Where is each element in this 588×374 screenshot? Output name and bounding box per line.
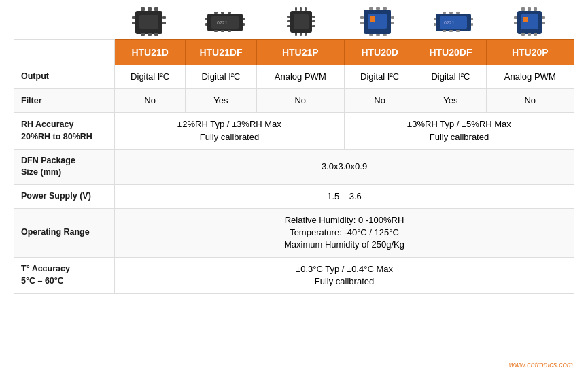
svg-rect-10 xyxy=(148,33,152,36)
svg-rect-46 xyxy=(369,7,373,10)
svg-rect-64 xyxy=(456,30,460,32)
svg-rect-71 xyxy=(542,22,545,24)
output-label: Output xyxy=(14,65,115,89)
svg-rect-26 xyxy=(294,14,309,29)
header-htu21df: HTU21DF xyxy=(186,40,256,65)
svg-rect-76 xyxy=(528,33,531,36)
output-htu21d: Digital I²C xyxy=(115,65,186,89)
header-htu20d: HTU20D xyxy=(344,40,415,65)
t-accuracy-row: T° Accuracy5°C – 60°C ±0.3°C Typ / ±0.4°… xyxy=(14,257,574,293)
htu21df-image: 0221 xyxy=(187,7,263,37)
t-accuracy-value: ±0.3°C Typ / ±0.4°C MaxFully calibrated xyxy=(115,257,574,293)
svg-rect-67 xyxy=(523,17,528,22)
svg-rect-37 xyxy=(300,33,302,36)
svg-rect-61 xyxy=(456,12,460,14)
htu20p-image xyxy=(491,7,568,37)
header-label xyxy=(14,40,115,65)
svg-rect-22 xyxy=(214,30,218,32)
svg-rect-2 xyxy=(132,16,135,19)
svg-rect-58 xyxy=(471,23,473,26)
svg-text:0221: 0221 xyxy=(444,20,455,25)
filter-htu20df: Yes xyxy=(415,89,486,113)
output-htu20df: Digital I²C xyxy=(415,65,486,89)
htu20df-image: 0221 xyxy=(415,7,491,37)
header-htu21p: HTU21P xyxy=(256,40,344,65)
rh-accuracy-row: RH Accuracy20%RH to 80%RH ±2%RH Typ / ±3… xyxy=(14,113,574,149)
svg-rect-56 xyxy=(434,23,436,26)
filter-htu21df: Yes xyxy=(186,89,256,113)
header-htu20df: HTU20DF xyxy=(415,40,486,65)
dfn-package-row: DFN PackageSize (mm) 3.0x3.0x0.9 xyxy=(14,149,574,184)
svg-rect-3 xyxy=(132,22,135,24)
svg-rect-72 xyxy=(521,7,525,11)
svg-rect-49 xyxy=(369,34,373,36)
svg-rect-17 xyxy=(243,18,245,20)
svg-rect-75 xyxy=(521,33,525,36)
svg-rect-73 xyxy=(528,7,531,11)
svg-rect-28 xyxy=(287,20,290,22)
rh-accuracy-htu21: ±2%RH Typ / ±3%RH MaxFully calibrated xyxy=(115,113,345,149)
svg-rect-9 xyxy=(141,33,145,36)
filter-htu20p: No xyxy=(486,89,574,113)
output-htu20d: Digital I²C xyxy=(344,65,415,89)
svg-rect-6 xyxy=(141,7,145,11)
svg-rect-1 xyxy=(139,15,158,29)
filter-label: Filter xyxy=(14,89,115,113)
svg-rect-62 xyxy=(443,30,446,32)
output-htu21p: Analog PWM xyxy=(256,65,344,89)
dfn-package-value: 3.0x3.0x0.9 xyxy=(115,149,574,184)
svg-rect-20 xyxy=(221,12,224,14)
output-htu21df: Digital I²C xyxy=(186,65,256,89)
operating-range-value: Relative Humidity: 0 -100%RH Temperature… xyxy=(115,208,574,257)
svg-rect-68 xyxy=(514,16,517,19)
power-supply-label: Power Supply (V) xyxy=(14,184,115,208)
svg-rect-15 xyxy=(205,18,207,20)
svg-rect-34 xyxy=(300,7,302,11)
svg-rect-5 xyxy=(162,22,166,24)
svg-rect-4 xyxy=(162,16,166,19)
svg-rect-43 xyxy=(360,22,364,24)
svg-rect-41 xyxy=(370,16,375,22)
comparison-table: HTU21D HTU21DF HTU21P HTU20D HTU20DF HTU… xyxy=(14,39,574,294)
filter-htu21p: No xyxy=(256,89,344,113)
svg-rect-11 xyxy=(154,33,158,36)
svg-rect-47 xyxy=(376,7,380,10)
svg-rect-8 xyxy=(154,7,158,11)
operating-range-label: Operating Range xyxy=(14,208,115,257)
svg-rect-23 xyxy=(221,30,224,32)
svg-rect-18 xyxy=(243,23,245,26)
dfn-package-label: DFN PackageSize (mm) xyxy=(14,149,115,184)
svg-rect-42 xyxy=(360,16,364,19)
svg-rect-30 xyxy=(312,16,315,18)
svg-rect-45 xyxy=(391,22,394,24)
svg-rect-74 xyxy=(534,7,537,11)
svg-rect-31 xyxy=(312,20,315,22)
svg-rect-69 xyxy=(514,22,517,24)
htu21d-image xyxy=(111,7,187,37)
svg-rect-55 xyxy=(434,18,436,20)
rh-accuracy-htu20: ±3%RH Typ / ±5%RH MaxFully calibrated xyxy=(344,113,574,149)
svg-rect-29 xyxy=(287,25,290,27)
output-row: Output Digital I²C Digital I²C Analog PW… xyxy=(14,65,574,89)
images-row: 0221 xyxy=(14,7,574,37)
svg-rect-77 xyxy=(534,33,537,36)
rh-accuracy-label: RH Accuracy20%RH to 80%RH xyxy=(14,113,115,149)
svg-rect-32 xyxy=(312,25,315,27)
svg-rect-57 xyxy=(471,18,473,20)
svg-rect-16 xyxy=(205,23,207,26)
htu20d-image xyxy=(339,7,415,37)
power-supply-row: Power Supply (V) 1.5 – 3.6 xyxy=(14,184,574,208)
svg-rect-48 xyxy=(383,7,387,10)
svg-rect-7 xyxy=(148,7,152,11)
svg-rect-19 xyxy=(214,12,218,14)
operating-range-row: Operating Range Relative Humidity: 0 -10… xyxy=(14,208,574,257)
svg-rect-24 xyxy=(228,30,231,32)
watermark: www.cntronics.com xyxy=(509,360,573,369)
svg-text:0221: 0221 xyxy=(217,20,228,25)
svg-rect-27 xyxy=(287,16,290,18)
header-htu21d: HTU21D xyxy=(115,40,186,65)
htu21p-image xyxy=(263,7,339,37)
svg-rect-35 xyxy=(305,7,307,11)
power-supply-value: 1.5 – 3.6 xyxy=(115,184,574,208)
svg-rect-50 xyxy=(376,34,380,36)
